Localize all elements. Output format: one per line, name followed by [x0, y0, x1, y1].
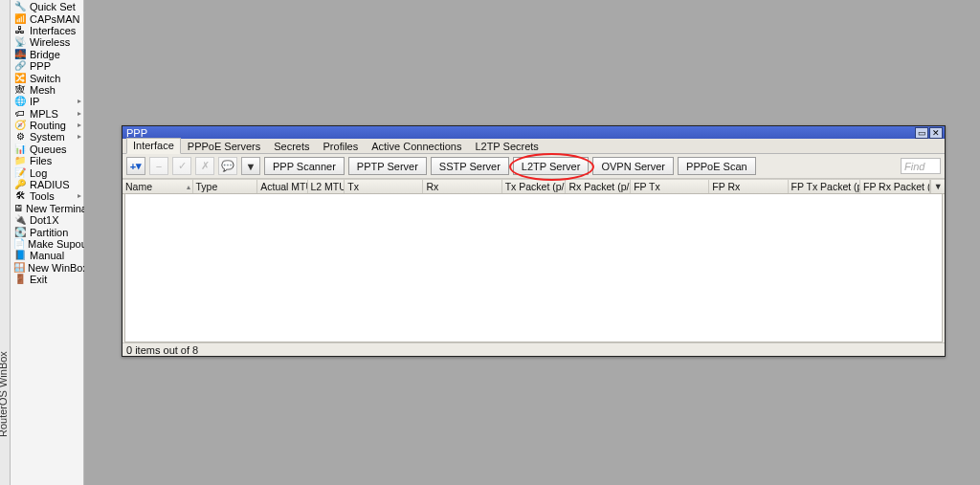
- tab-secrets[interactable]: Secrets: [267, 139, 316, 154]
- pptp-server-button[interactable]: PPTP Server: [348, 157, 427, 175]
- sidebar-item-label: New Terminal: [26, 203, 89, 214]
- submenu-icon: ▸: [78, 190, 81, 202]
- sidebar-item-interfaces[interactable]: 🖧Interfaces: [11, 25, 83, 36]
- sidebar-item-label: Manual: [30, 250, 64, 261]
- submenu-icon: ▸: [78, 120, 81, 131]
- sidebar-icon: 📶: [13, 13, 27, 25]
- vertical-caption-strip: RouterOS WinBox: [0, 0, 11, 485]
- sidebar-item-ip[interactable]: 🌐IP▸: [11, 96, 83, 107]
- sidebar-item-switch[interactable]: 🔀Switch: [11, 72, 83, 83]
- tab-active-connections[interactable]: Active Connections: [365, 139, 468, 154]
- column-fp-rx[interactable]: FP Rx: [709, 180, 788, 193]
- column-actual-mtu[interactable]: Actual MTU: [257, 180, 307, 193]
- sidebar-item-capsman[interactable]: 📶CAPsMAN: [11, 12, 83, 24]
- sidebar-icon: 🌐: [13, 96, 27, 107]
- disable-button[interactable]: ✗: [195, 157, 214, 175]
- close-icon[interactable]: ✕: [929, 127, 943, 139]
- filter-button[interactable]: ▼: [241, 157, 260, 175]
- column-l2-mtu[interactable]: L2 MTU: [308, 180, 345, 193]
- sidebar-item-label: Dot1X: [30, 214, 59, 226]
- column-tx[interactable]: Tx: [345, 180, 423, 193]
- enable-button[interactable]: ✓: [172, 157, 191, 175]
- sidebar-item-label: Wireless: [30, 36, 70, 48]
- sidebar-item-label: Partition: [30, 227, 68, 238]
- sidebar-item-tools[interactable]: 🛠Tools▸: [11, 190, 83, 202]
- sidebar-item-manual[interactable]: 📘Manual: [11, 250, 83, 261]
- sort-asc-icon: ▴: [187, 183, 190, 191]
- sidebar-item-new-terminal[interactable]: 🖥New Terminal: [11, 203, 83, 214]
- column-type[interactable]: Type: [193, 180, 258, 193]
- sidebar-item-label: Tools: [30, 190, 55, 202]
- sidebar-item-label: Mesh: [30, 84, 56, 96]
- sidebar-item-quick-set[interactable]: 🔧Quick Set: [11, 1, 83, 12]
- sidebar-item-label: Bridge: [30, 49, 60, 60]
- tab-interface[interactable]: Interface: [126, 138, 181, 154]
- sidebar-icon: 📁: [13, 155, 27, 166]
- sidebar-icon: ⚙: [13, 131, 27, 143]
- sidebar-icon: 🚪: [13, 274, 27, 285]
- pppoe-scan-button[interactable]: PPPoE Scan: [678, 157, 756, 175]
- sidebar-item-dot1x[interactable]: 🔌Dot1X: [11, 214, 83, 226]
- sidebar-item-exit[interactable]: 🚪Exit: [11, 274, 83, 285]
- sidebar-item-label: Interfaces: [30, 25, 76, 36]
- sidebar-item-label: Quick Set: [30, 1, 76, 12]
- sidebar-icon: 🔗: [13, 60, 27, 72]
- sidebar-icon: 🛠: [13, 190, 27, 202]
- tab-profiles[interactable]: Profiles: [317, 139, 366, 154]
- window-titlebar[interactable]: PPP ▭ ✕: [122, 126, 945, 139]
- tab-l2tp-secrets[interactable]: L2TP Secrets: [468, 139, 545, 154]
- column-fp-tx-packet-p-s-[interactable]: FP Tx Packet (p/s): [789, 180, 860, 193]
- column-name[interactable]: Name▴: [122, 180, 193, 193]
- column-fp-tx[interactable]: FP Tx: [631, 180, 709, 193]
- sidebar-item-routing[interactable]: 🧭Routing▸: [11, 120, 83, 131]
- submenu-icon: ▸: [78, 131, 81, 143]
- comment-button[interactable]: 💬: [218, 157, 237, 175]
- sidebar-item-partition[interactable]: 💽Partition: [11, 226, 83, 237]
- sidebar-icon: 🕸: [13, 84, 27, 96]
- sidebar-item-label: RADIUS: [30, 179, 70, 190]
- sidebar-item-label: IP: [30, 96, 39, 107]
- sidebar-item-label: Switch: [30, 73, 60, 84]
- status-bar: 0 items out of 8: [122, 342, 945, 356]
- sstp-server-button[interactable]: SSTP Server: [431, 157, 509, 175]
- sidebar-icon: 🖥: [13, 203, 23, 214]
- sidebar-item-mesh[interactable]: 🕸Mesh: [11, 84, 83, 96]
- column-fp-rx-packet-p-s-[interactable]: FP Rx Packet (p/s): [860, 180, 931, 193]
- sidebar-item-label: Exit: [30, 274, 47, 285]
- ovpn-server-button[interactable]: OVPN Server: [592, 157, 674, 175]
- sidebar-item-log[interactable]: 📝Log: [11, 166, 83, 178]
- sidebar-item-system[interactable]: ⚙System▸: [11, 131, 83, 143]
- ppp-window: PPP ▭ ✕ InterfacePPPoE ServersSecretsPro…: [122, 125, 946, 357]
- column-rx[interactable]: Rx: [423, 180, 501, 193]
- sidebar-item-queues[interactable]: 📊Queues: [11, 143, 83, 155]
- sidebar-item-make-supout-rif[interactable]: 📄Make Supout.rif: [11, 238, 83, 250]
- remove-button[interactable]: −: [149, 157, 168, 175]
- sidebar-item-radius[interactable]: 🔑RADIUS: [11, 179, 83, 190]
- sidebar-item-bridge[interactable]: 🌉Bridge: [11, 49, 83, 60]
- ppp-scanner-button[interactable]: PPP Scanner: [264, 157, 345, 175]
- sidebar-item-files[interactable]: 📁Files: [11, 155, 83, 166]
- column-tx-packet-p-s-[interactable]: Tx Packet (p/s): [502, 180, 567, 193]
- sidebar-icon: 🪟: [13, 262, 25, 274]
- sidebar-item-ppp[interactable]: 🔗PPP: [11, 60, 83, 72]
- window-title: PPP: [126, 127, 147, 139]
- tab-pppoe-servers[interactable]: PPPoE Servers: [181, 139, 267, 154]
- desktop-area: PPP ▭ ✕ InterfacePPPoE ServersSecretsPro…: [84, 0, 980, 485]
- sidebar-icon: 🔑: [13, 179, 27, 190]
- sidebar-icon: 🔌: [13, 214, 27, 226]
- sidebar-item-new-winbox[interactable]: 🪟New WinBox: [11, 262, 83, 274]
- column-rx-packet-p-s-[interactable]: Rx Packet (p/s): [566, 180, 631, 193]
- table-body: [124, 194, 943, 342]
- add-button[interactable]: +▾: [126, 157, 145, 175]
- find-input[interactable]: Find: [901, 158, 941, 174]
- l2tp-server-button[interactable]: L2TP Server: [513, 157, 590, 175]
- sidebar-icon: 🧭: [13, 120, 27, 131]
- minimize-icon[interactable]: ▭: [915, 127, 928, 139]
- sidebar-item-label: Files: [30, 155, 52, 166]
- sidebar-item-mpls[interactable]: 🏷MPLS▸: [11, 108, 83, 120]
- sidebar-item-label: System: [30, 131, 65, 143]
- sidebar-item-label: Queues: [30, 143, 67, 155]
- submenu-icon: ▸: [78, 96, 81, 107]
- sidebar-item-wireless[interactable]: 📡Wireless: [11, 36, 83, 48]
- column-menu-button[interactable]: ▼: [930, 180, 945, 193]
